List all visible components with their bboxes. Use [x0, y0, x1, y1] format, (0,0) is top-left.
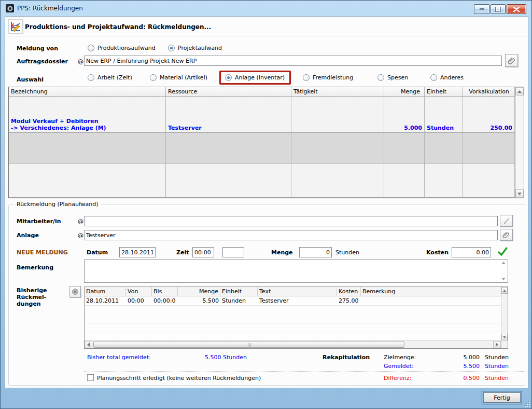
scroll-up-button[interactable] [501, 287, 508, 294]
empty-row-cell[interactable] [9, 163, 166, 198]
plan-row-vorkalkulation[interactable]: 250.00 [463, 97, 515, 133]
groupbox-legend: Rückmeldung (Planaufwand) [15, 201, 101, 208]
plan-table-scrollbar[interactable] [515, 87, 524, 198]
plan-row-bezeichnung[interactable]: Modul Verkauf + Debitoren -> Verschieden… [9, 97, 166, 133]
scroll-right-button[interactable] [493, 341, 501, 348]
history-vscrollbar[interactable] [501, 287, 508, 348]
zeit-von-input[interactable] [192, 247, 214, 257]
datum-label: Datum [87, 249, 108, 256]
radio-arbeit-zeit[interactable]: Arbeit (Zeit) [88, 74, 132, 81]
auftragsdossier-attach-button[interactable] [505, 54, 518, 67]
anlage-at: @ [78, 232, 83, 239]
anlage-input[interactable] [84, 230, 498, 240]
scroll-up-button[interactable] [515, 87, 524, 96]
close-button[interactable] [507, 4, 526, 14]
radio-anlage-inventar[interactable]: Anlage (Inventar) [225, 74, 285, 81]
radio-produktionsaufwand[interactable]: Produktionsaufwand [88, 45, 156, 51]
total-gemeldet-value: 5.500 Stunden [205, 354, 247, 361]
radio-circle-icon [377, 74, 384, 81]
radio-label: Projektaufwand [178, 45, 222, 51]
empty-row-cell[interactable] [425, 133, 463, 163]
plan-row-menge[interactable]: 5.000 [384, 97, 425, 133]
bemerkung-scroll-down-icon[interactable] [501, 278, 506, 280]
zeit-dash: - [218, 249, 220, 256]
column-header: Menge [384, 87, 425, 97]
scroll-left-icon [87, 343, 90, 347]
bemerkung-textarea[interactable] [84, 260, 508, 283]
kosten-input[interactable] [452, 247, 491, 257]
empty-row-cell[interactable] [291, 133, 384, 163]
empty-row-cell[interactable] [463, 163, 515, 198]
empty-row-cell[interactable] [384, 163, 425, 198]
titlebar[interactable]: PPS: Rückmeldungen [1, 1, 531, 16]
column-header: Menge [178, 287, 220, 296]
empty-row[interactable] [85, 323, 501, 332]
radio-circle-icon [88, 45, 94, 51]
radio-spesen[interactable]: Spesen [377, 74, 408, 81]
radio-label: Anderes [440, 74, 464, 81]
history-hscrollbar[interactable] [85, 340, 501, 348]
dialog-content: Produktions- und Projektaufwand: Rückmel… [5, 16, 528, 388]
empty-row-cell[interactable] [166, 163, 291, 198]
fertig-button[interactable]: Fertig [483, 392, 521, 403]
empty-row-cell[interactable] [463, 133, 515, 163]
window: PPS: Rückmeldungen Produktions- und Proj… [0, 0, 532, 409]
kosten-label: Kosten [426, 249, 449, 256]
radio-circle-icon [225, 74, 232, 81]
menge-unit: Stunden [335, 249, 359, 256]
report-edit-toolbar-button[interactable] [8, 19, 23, 34]
minimize-icon [480, 8, 484, 10]
history-row[interactable]: 28.10.2011 00:00 00:00:0 5.500 Stunden T… [85, 296, 501, 306]
mitarbeiter-input[interactable] [84, 216, 498, 226]
history-table: Datum Von Bis Menge Einheit Text Kosten … [84, 287, 508, 349]
radio-circle-icon [168, 45, 175, 51]
planungsschritt-checkbox[interactable] [87, 374, 94, 381]
neue-meldung-title: NEUE MELDUNG [17, 249, 68, 256]
plan-row-ressource[interactable]: Testserver [166, 97, 291, 133]
datum-input[interactable] [119, 247, 156, 257]
anlage-attach-button[interactable] [500, 229, 513, 241]
plan-row-einheit[interactable]: Stunden [425, 97, 463, 133]
delete-history-button[interactable] [69, 286, 81, 297]
mitarbeiter-label: Mitarbeiter/in [17, 218, 61, 225]
empty-row-cell[interactable] [291, 163, 384, 198]
auftragsdossier-input[interactable] [84, 56, 502, 66]
empty-row-cell[interactable] [384, 133, 425, 163]
radio-circle-icon [303, 74, 310, 81]
differenz-label: Differenz: [384, 375, 411, 381]
anlage-label: Anlage [17, 232, 39, 239]
empty-row-cell[interactable] [425, 163, 463, 198]
bemerkung-label: Bemerkung [17, 264, 53, 271]
scroll-left-button[interactable] [85, 341, 92, 348]
column-header: Text [258, 287, 337, 296]
differenz-unit: Stunden [485, 375, 509, 381]
radio-anderes[interactable]: Anderes [430, 74, 464, 81]
hscroll-thumb[interactable] [93, 342, 404, 348]
minimize-button[interactable] [474, 4, 489, 14]
radio-fremdleistung[interactable]: Fremdleistung [303, 74, 353, 81]
radio-circle-icon [88, 74, 94, 81]
radio-label: Arbeit (Zeit) [97, 74, 132, 81]
radio-circle-icon [430, 74, 437, 81]
empty-row-cell[interactable] [166, 133, 291, 163]
mitarbeiter-edit-button[interactable] [500, 215, 513, 227]
menge-input[interactable] [299, 247, 332, 257]
bemerkung-scroll-up-icon[interactable] [501, 262, 506, 264]
gemeldet-label: Gemeldet: [384, 363, 414, 370]
radio-material-artikel[interactable]: Material (Artikel) [150, 74, 207, 81]
zeit-bis-input[interactable] [222, 247, 244, 257]
radio-projektaufwand[interactable]: Projektaufwand [168, 45, 222, 51]
scroll-down-button[interactable] [515, 189, 524, 198]
scroll-down-button[interactable] [501, 334, 508, 340]
plan-row-taetigkeit[interactable] [291, 97, 384, 133]
resize-grip-icon[interactable] [523, 400, 529, 406]
maximize-button[interactable] [491, 4, 506, 14]
column-header: Vorkalkulation [463, 87, 515, 97]
column-header: Bis [152, 287, 178, 296]
empty-row-cell[interactable] [9, 133, 166, 163]
plan-table: Bezeichnung Ressource Tätigkeit Menge Ei… [8, 87, 524, 198]
differenz-value: 0.500 [449, 375, 480, 381]
column-header: Datum [85, 287, 126, 296]
empty-row[interactable] [85, 332, 501, 340]
confirm-button[interactable] [496, 245, 509, 258]
